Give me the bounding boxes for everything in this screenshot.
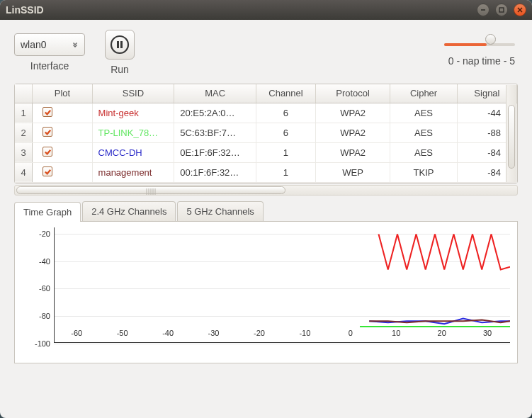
chart-tabs-area: Time Graph2.4 GHz Channels5 GHz Channels… — [14, 201, 518, 363]
row-number: 4 — [15, 162, 33, 182]
svg-rect-5 — [117, 41, 119, 48]
toolbar: wlan0 Interface Run 0 - nap time - 5 — [0, 20, 532, 77]
cipher-cell: TKIP — [390, 162, 458, 182]
row-number: 2 — [15, 123, 33, 142]
titlebar[interactable]: LinSSID — [0, 0, 532, 20]
slider-thumb[interactable] — [485, 34, 496, 45]
series-line — [378, 234, 510, 269]
protocol-cell: WPA2 — [316, 142, 390, 162]
table-row[interactable]: 1Mint-geek20:E5:2A:0…6WPA2AES-44 — [15, 103, 517, 123]
close-button[interactable] — [514, 4, 526, 16]
plot-cell[interactable] — [33, 123, 92, 142]
cipher-cell: AES — [390, 123, 458, 142]
nap-slider[interactable] — [444, 38, 515, 51]
time-graph-chart: -20-40-60-80-100-60-50-40-30-20-10010203… — [14, 222, 518, 363]
plot-checkbox[interactable] — [43, 166, 52, 176]
plot-cell[interactable] — [33, 162, 92, 182]
cipher-cell: AES — [390, 103, 458, 123]
ssid-cell: CMCC-DH — [92, 142, 174, 162]
window-title: LinSSID — [6, 4, 477, 16]
scrollbar-thumb[interactable] — [16, 186, 285, 194]
channel-cell: 1 — [256, 162, 315, 182]
channel-cell: 6 — [256, 123, 315, 142]
ssid-cell: Mint-geek — [92, 103, 174, 123]
protocol-cell: WEP — [316, 162, 390, 182]
channel-cell: 1 — [256, 142, 315, 162]
ssid-cell: management — [92, 162, 174, 182]
horizontal-scrollbar[interactable] — [14, 185, 518, 196]
interface-value: wlan0 — [21, 39, 67, 50]
svg-rect-6 — [120, 41, 123, 48]
run-pause-button[interactable] — [105, 30, 135, 60]
tab-time-graph[interactable]: Time Graph — [14, 202, 81, 222]
protocol-cell: WPA2 — [316, 123, 390, 142]
mac-cell: 0E:1F:6F:32… — [174, 142, 256, 162]
cipher-cell: AES — [390, 142, 458, 162]
vertical-scrollbar[interactable] — [506, 85, 516, 182]
chevron-down-icon — [72, 41, 79, 48]
svg-rect-1 — [499, 8, 504, 12]
scrollbar-thumb[interactable] — [508, 105, 515, 169]
channel-cell: 6 — [256, 103, 315, 123]
run-label: Run — [111, 64, 129, 75]
column-header[interactable]: SSID — [92, 84, 174, 103]
protocol-cell: WPA2 — [316, 103, 390, 123]
window-buttons — [477, 4, 526, 16]
column-header[interactable]: Plot — [33, 84, 92, 103]
column-header[interactable] — [15, 84, 33, 103]
table-row[interactable]: 4management00:1F:6F:32…1WEPTKIP-84 — [15, 162, 517, 182]
maximize-button[interactable] — [495, 4, 508, 16]
mac-cell: 00:1F:6F:32… — [174, 162, 256, 182]
column-header[interactable]: MAC — [174, 84, 256, 103]
tab-2-4-ghz-channels[interactable]: 2.4 GHz Channels — [82, 201, 176, 221]
column-header[interactable]: Cipher — [390, 84, 458, 103]
tab-row: Time Graph2.4 GHz Channels5 GHz Channels — [14, 201, 518, 222]
plot-checkbox[interactable] — [43, 127, 52, 137]
tab-5-ghz-channels[interactable]: 5 GHz Channels — [177, 201, 263, 221]
plot-checkbox[interactable] — [43, 147, 52, 157]
row-number: 3 — [15, 142, 33, 162]
plot-cell[interactable] — [33, 142, 92, 162]
ssid-cell: TP-LINK_78… — [92, 123, 174, 142]
mac-cell: 20:E5:2A:0… — [174, 103, 256, 123]
networks-table: PlotSSIDMACChannelProtocolCipherSignal 1… — [14, 84, 518, 183]
mac-cell: 5C:63:BF:7… — [174, 123, 256, 142]
run-group: Run — [105, 30, 135, 75]
column-header[interactable]: Channel — [256, 84, 315, 103]
table-row[interactable]: 3CMCC-DH0E:1F:6F:32…1WPA2AES-84 — [15, 142, 517, 162]
minimize-button[interactable] — [477, 4, 489, 16]
column-header[interactable]: Protocol — [316, 84, 390, 103]
row-number: 1 — [15, 103, 33, 123]
interface-select[interactable]: wlan0 — [14, 33, 85, 56]
plot-cell[interactable] — [33, 103, 92, 123]
pause-icon — [110, 35, 130, 55]
interface-label: Interface — [30, 60, 69, 72]
plot-checkbox[interactable] — [43, 107, 52, 117]
nap-group: 0 - nap time - 5 — [444, 38, 518, 67]
nap-label: 0 - nap time - 5 — [448, 55, 515, 67]
table-row[interactable]: 2TP-LINK_78…5C:63:BF:7…6WPA2AES-88 — [15, 123, 517, 142]
app-window: LinSSID wlan0 Interface — [0, 0, 532, 418]
interface-group: wlan0 Interface — [14, 33, 85, 72]
svg-point-4 — [111, 36, 128, 53]
